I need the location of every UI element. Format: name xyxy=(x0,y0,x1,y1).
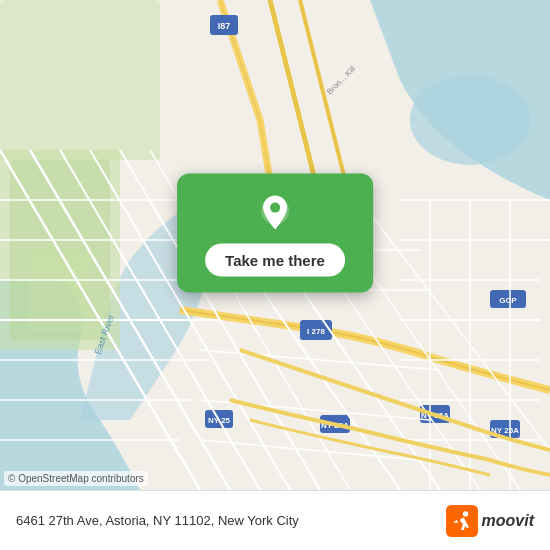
take-me-there-button[interactable]: Take me there xyxy=(205,244,345,277)
svg-point-1 xyxy=(410,75,530,165)
bottom-bar: 6461 27th Ave, Astoria, NY 11102, New Yo… xyxy=(0,490,550,550)
svg-text:I87: I87 xyxy=(218,21,231,31)
svg-rect-4 xyxy=(0,0,160,160)
moovit-logo: moovit xyxy=(446,505,534,537)
map-background: I87 I 278 NY 25 NY 25A NY 25A NY 25A G xyxy=(0,0,550,490)
svg-point-58 xyxy=(462,511,467,516)
svg-point-56 xyxy=(270,203,280,213)
location-card: Take me there xyxy=(177,174,373,293)
moovit-logo-icon xyxy=(446,505,478,537)
svg-text:I 278: I 278 xyxy=(307,327,325,336)
app-container: I87 I 278 NY 25 NY 25A NY 25A NY 25A G xyxy=(0,0,550,550)
map-area: I87 I 278 NY 25 NY 25A NY 25A NY 25A G xyxy=(0,0,550,490)
map-attribution: © OpenStreetMap contributors xyxy=(4,471,148,486)
location-pin-icon xyxy=(253,192,297,236)
moovit-label: moovit xyxy=(482,512,534,530)
address-label: 6461 27th Ave, Astoria, NY 11102, New Yo… xyxy=(16,513,299,528)
svg-text:GCP: GCP xyxy=(499,296,517,305)
